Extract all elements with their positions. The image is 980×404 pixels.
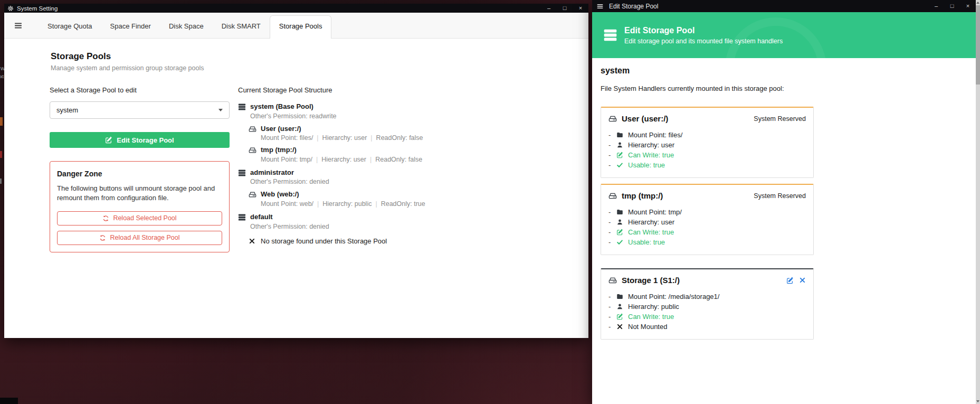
can-write-value: Can Write: true <box>628 151 674 159</box>
edit-icon <box>616 229 623 236</box>
remove-handler-icon[interactable] <box>799 277 806 284</box>
person-icon <box>616 142 623 148</box>
maximize-button[interactable]: □ <box>557 5 573 11</box>
handlers-intro: File System Handlers currently mounted i… <box>601 84 976 92</box>
dash: - <box>608 218 616 226</box>
pool-name: system (Base Pool) <box>250 102 337 111</box>
maximize-button[interactable]: □ <box>944 3 960 9</box>
hierarchy-value: Hierarchy: user <box>628 141 674 149</box>
select-pool-label: Select a Storage Pool to edit <box>50 86 230 94</box>
hdd-icon <box>249 146 256 154</box>
edit-storage-pool-titlebar[interactable]: Edit Storage Pool – □ × <box>592 0 976 12</box>
scroll-up-button[interactable] <box>976 0 980 5</box>
storage-details: Mount Point: tmp/|Hierarchy: user|ReadOn… <box>261 156 422 163</box>
chevron-down-icon <box>218 109 223 111</box>
danger-zone-card: Danger Zone The following buttons will u… <box>50 161 230 252</box>
edit-storage-pool-window: Edit Storage Pool – □ × Edit Storage Poo… <box>592 0 976 404</box>
menu-icon[interactable] <box>14 21 23 30</box>
handler-actions <box>786 277 806 284</box>
minimize-button[interactable]: – <box>928 3 944 9</box>
edit-pool-content: system File System Handlers currently mo… <box>592 58 976 404</box>
storage-readonly: ReadOnly: false <box>375 156 422 163</box>
system-setting-window: System Setting – □ × Storage Quota Space… <box>4 4 588 338</box>
handler-name: User (user:/) <box>622 114 668 123</box>
minimize-button[interactable]: – <box>541 5 557 11</box>
selected-pool-value: system <box>56 106 78 114</box>
desktop-icon-fragment <box>0 151 2 158</box>
hdd-icon <box>608 276 617 285</box>
empty-pool-row: No storage found under this Storage Pool <box>249 237 425 245</box>
arrow-up-icon <box>976 2 979 4</box>
usable-value: Usable: true <box>628 161 665 169</box>
separator: | <box>316 156 318 163</box>
reload-all-pools-button[interactable]: Reload All Storage Pool <box>57 231 222 245</box>
dash: - <box>608 228 616 236</box>
server-icon <box>238 103 246 111</box>
can-write-item: - Can Write: true <box>608 150 806 160</box>
edit-storage-pool-label: Edit Storage Pool <box>117 136 174 144</box>
storage-readonly: ReadOnly: false <box>376 134 423 142</box>
tab-storage-pools[interactable]: Storage Pools <box>270 15 332 39</box>
edit-storage-pool-button[interactable]: Edit Storage Pool <box>50 132 230 148</box>
window-controls: – □ × <box>928 3 976 9</box>
hdd-icon <box>608 192 617 200</box>
person-icon <box>616 303 623 310</box>
danger-zone-description: The following buttons will unmount stora… <box>57 184 222 203</box>
tab-disk-space[interactable]: Disk Space <box>160 16 213 38</box>
dash: - <box>608 141 616 149</box>
system-reserved-badge: System Reserved <box>754 192 806 200</box>
dash: - <box>608 303 616 311</box>
pool-name: default <box>250 213 329 221</box>
usable-value: Usable: true <box>628 238 665 246</box>
scroll-down-button[interactable] <box>976 399 980 404</box>
storage-row: User (user:/) Mount Point: files/|Hierar… <box>249 125 425 142</box>
separator: | <box>317 200 319 208</box>
empty-pool-message: No storage found under this Storage Pool <box>261 237 387 245</box>
check-icon <box>616 239 623 246</box>
person-icon <box>616 219 623 226</box>
tab-bar: Storage Quota Space Finder Disk Space Di… <box>4 13 588 39</box>
handler-card: tmp (tmp:/) System Reserved - Mount Poin… <box>601 184 814 255</box>
cross-icon <box>249 238 255 245</box>
scrollbar-thumb[interactable] <box>976 5 980 84</box>
storage-hierarchy: Hierarchy: public <box>322 200 372 208</box>
tab-storage-quota[interactable]: Storage Quota <box>39 16 101 38</box>
desktop-icon-fragment <box>0 178 2 184</box>
reload-selected-pool-button[interactable]: Reload Selected Pool <box>57 211 222 226</box>
close-button[interactable]: × <box>573 5 588 11</box>
pool-node: administrator Other's Permission: denied… <box>238 168 425 208</box>
scrollbar[interactable] <box>976 0 980 404</box>
edit-handler-icon[interactable] <box>786 277 794 284</box>
storage-pools-page: Storage Pools Manage system and permissi… <box>4 39 588 338</box>
storage-pool-select[interactable]: system <box>50 101 230 119</box>
window-title: System Setting <box>17 5 58 12</box>
pool-permission: Other's Permission: denied <box>250 223 329 230</box>
banner-subtitle: Edit storage pool and its mounted file s… <box>624 37 783 45</box>
pool-name: administrator <box>250 168 329 177</box>
storage-hierarchy: Hierarchy: user <box>322 134 367 142</box>
close-button[interactable]: × <box>960 3 976 9</box>
hierarchy-item: - Hierarchy: user <box>608 217 806 227</box>
pool-node: system (Base Pool) Other's Permission: r… <box>238 102 425 163</box>
storage-row: tmp (tmp:/) Mount Point: tmp/|Hierarchy:… <box>249 146 425 163</box>
hierarchy-item: - Hierarchy: public <box>608 302 806 312</box>
system-reserved-badge: System Reserved <box>754 115 806 123</box>
pool-permission: Other's Permission: readwrite <box>250 112 337 120</box>
not-mounted-value: Not Mounted <box>628 323 667 331</box>
tab-space-finder[interactable]: Space Finder <box>101 16 160 38</box>
mount-point-value: Mount Point: /media/storage1/ <box>628 293 719 300</box>
system-setting-titlebar[interactable]: System Setting – □ × <box>4 4 588 13</box>
reload-all-pools-label: Reload All Storage Pool <box>110 234 179 241</box>
refresh-icon <box>102 215 109 222</box>
cross-icon <box>616 323 623 330</box>
pool-permission: Other's Permission: denied <box>250 178 329 185</box>
storage-name: User (user:/) <box>261 125 423 133</box>
storage-mount: Mount Point: tmp/ <box>261 156 312 163</box>
hierarchy-item: - Hierarchy: user <box>608 140 806 150</box>
structure-title: Current Storage Pool Structure <box>238 86 425 94</box>
folder-icon <box>616 209 623 215</box>
handler-name: tmp (tmp:/) <box>622 191 663 200</box>
dash: - <box>608 238 616 246</box>
edit-icon <box>616 152 623 158</box>
tab-disk-smart[interactable]: Disk SMART <box>213 16 270 38</box>
